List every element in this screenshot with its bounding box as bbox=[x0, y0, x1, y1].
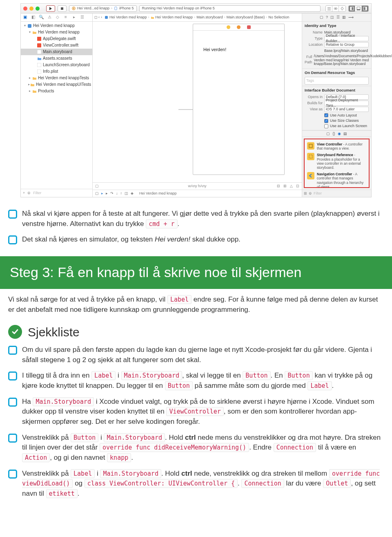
folder-uitests[interactable]: ▸Hei Verden med knappUITests bbox=[21, 81, 92, 88]
chevron-left-icon[interactable]: ‹ bbox=[98, 15, 100, 20]
step-over-icon[interactable]: ↷ bbox=[110, 191, 114, 196]
file-storyboard[interactable]: Main.storyboard bbox=[21, 49, 92, 55]
resize-icon[interactable]: ⊡ bbox=[296, 183, 299, 189]
size-class[interactable]: wAny hAny bbox=[145, 183, 249, 189]
panel-toggle-segment[interactable] bbox=[348, 5, 369, 12]
exit-icon[interactable] bbox=[247, 25, 251, 29]
type-select[interactable]: Default - Interface Builder... bbox=[324, 36, 369, 41]
library-footer[interactable]: ⊞ ⊚ Filter bbox=[302, 190, 371, 197]
crumb[interactable]: Hei Verden med knapp bbox=[109, 15, 147, 20]
object-library[interactable]: View Controller - A controller that mana… bbox=[304, 139, 370, 188]
library-item-navcontroller[interactable]: Navigation Controller - A controller tha… bbox=[306, 171, 367, 188]
jump-bar[interactable]: ◻ ‹ › Hei Verden med knapp› Hei Verden m… bbox=[93, 13, 302, 22]
navigator-footer[interactable]: + ⊚ Filter bbox=[21, 189, 92, 197]
scene-dock[interactable] bbox=[193, 24, 284, 31]
continue-icon[interactable]: ▸ bbox=[106, 191, 108, 196]
add-icon[interactable]: + bbox=[23, 190, 25, 196]
step-in-icon[interactable]: ↓ bbox=[116, 191, 118, 196]
chevron-right-icon[interactable]: › bbox=[101, 15, 102, 20]
file-plist[interactable]: Info.plist bbox=[21, 68, 92, 75]
stop-button[interactable] bbox=[58, 5, 67, 12]
zoom-icon[interactable] bbox=[36, 7, 40, 11]
step-out-icon[interactable]: ↑ bbox=[120, 191, 122, 196]
crumb[interactable]: No Selection bbox=[268, 15, 289, 20]
checkbox-icon[interactable] bbox=[8, 346, 17, 355]
storyboard-canvas[interactable]: Hei verden! bbox=[93, 22, 302, 182]
crumb[interactable]: Main.storyboard bbox=[196, 15, 223, 20]
checkbox-sizeclasses[interactable]: ✓ bbox=[324, 119, 328, 123]
file-swift[interactable]: ViewController.swift bbox=[21, 42, 92, 49]
filter-placeholder[interactable]: Filter bbox=[314, 191, 322, 196]
location-icon[interactable]: ◈ bbox=[131, 191, 134, 196]
folder-products[interactable]: ▸Products bbox=[21, 88, 92, 94]
checkbox-icon[interactable] bbox=[8, 210, 17, 219]
debug-bar[interactable]: ▢ ▸ ▸ ↷ ↓ ↑ ◫ ◈ Hei Verden med knapp bbox=[93, 190, 302, 197]
report-tab-icon[interactable]: ☰ bbox=[80, 15, 85, 20]
editor-mode-segment[interactable] bbox=[325, 5, 346, 12]
filter-placeholder[interactable]: Filter bbox=[33, 190, 41, 196]
checkbox-icon[interactable] bbox=[8, 235, 17, 244]
grid-icon[interactable]: ⊞ bbox=[304, 191, 307, 196]
checkbox-icon[interactable] bbox=[8, 398, 17, 407]
checkbox-icon[interactable] bbox=[8, 371, 17, 380]
crumb[interactable]: Hei Verden med knapp bbox=[156, 15, 193, 20]
minimize-icon[interactable] bbox=[29, 7, 33, 11]
project-root[interactable]: ▾Hei Verden med knapp bbox=[21, 22, 92, 29]
crumb[interactable]: Main.storyboard (Base) bbox=[227, 15, 265, 20]
debug-toggle-icon[interactable]: ▢ bbox=[95, 191, 99, 196]
checkbox-icon[interactable] bbox=[8, 470, 17, 479]
view-controller-scene[interactable]: Hei verden! bbox=[193, 24, 285, 175]
library-item-viewcontroller[interactable]: View Controller - A controller that mana… bbox=[306, 141, 367, 152]
identity-inspector-icon[interactable]: ◫ bbox=[330, 15, 334, 20]
view-debug-icon[interactable]: ◫ bbox=[125, 191, 128, 196]
object-library-icon[interactable]: ◉ bbox=[338, 131, 341, 136]
responder-icon[interactable] bbox=[237, 25, 241, 29]
file-template-icon[interactable]: ▢ bbox=[326, 131, 330, 136]
viewas-select[interactable]: iOS 7.0 and Later bbox=[324, 107, 369, 112]
media-library-icon[interactable]: ▤ bbox=[343, 131, 347, 136]
test-tab-icon[interactable]: ◇ bbox=[55, 15, 60, 20]
find-tab-icon[interactable]: 🔍 bbox=[39, 15, 44, 20]
pin-icon[interactable]: ⊞ bbox=[283, 183, 287, 189]
checkbox-autolayout[interactable]: ✓ bbox=[324, 113, 328, 117]
debug-tab-icon[interactable]: ≡ bbox=[63, 15, 68, 20]
tags-field[interactable]: Tags bbox=[305, 77, 369, 85]
align-icon[interactable]: ⊟ bbox=[277, 183, 280, 189]
outline-icon[interactable]: ▢ bbox=[95, 183, 99, 189]
window-controls[interactable] bbox=[23, 7, 40, 11]
builds-select[interactable]: Project Deployment Targ... bbox=[324, 101, 369, 106]
folder-group[interactable]: ▾Hei Verden med knapp bbox=[21, 29, 92, 36]
breakpoint-icon[interactable]: ▸ bbox=[101, 191, 103, 196]
project-tab-icon[interactable]: ▣ bbox=[22, 15, 27, 20]
file-inspector-icon[interactable]: ▢ bbox=[320, 15, 323, 20]
checkbox-launchscreen[interactable] bbox=[324, 124, 328, 128]
code-snippet-icon[interactable]: {} bbox=[332, 131, 335, 136]
attributes-inspector-icon[interactable]: ☰ bbox=[336, 15, 340, 20]
inspector-tabs[interactable]: ▢ ? ◫ ☰ ▥ ⟶ bbox=[302, 13, 371, 22]
file-swift[interactable]: AppDelegate.swift bbox=[21, 36, 92, 42]
filter-icon[interactable]: ⊚ bbox=[27, 190, 31, 196]
run-button[interactable] bbox=[46, 5, 55, 12]
location-select[interactable]: Relative to Group bbox=[324, 42, 369, 47]
folder-tests[interactable]: ▸Hei Verden med knappTests bbox=[21, 75, 92, 81]
vc-icon[interactable] bbox=[227, 25, 230, 29]
library-item-storyboardref[interactable]: Storyboard Reference - Provides a placeh… bbox=[306, 152, 367, 171]
file-assets[interactable]: Assets.xcassets bbox=[21, 55, 92, 62]
checkbox-icon[interactable] bbox=[8, 434, 17, 443]
issue-tab-icon[interactable]: ⚠ bbox=[47, 15, 52, 20]
symbol-tab-icon[interactable]: ◧ bbox=[31, 15, 36, 20]
scheme-selector[interactable]: Hei Verd...ed knapp › iPhone 5 bbox=[69, 5, 137, 12]
help-inspector-icon[interactable]: ? bbox=[326, 15, 328, 20]
size-inspector-icon[interactable]: ▥ bbox=[342, 15, 346, 20]
breakpoint-tab-icon[interactable]: ▸ bbox=[71, 15, 76, 20]
file-storyboard[interactable]: LaunchScreen.storyboard bbox=[21, 62, 92, 68]
file-tree[interactable]: ▾Hei Verden med knapp ▾Hei Verden med kn… bbox=[21, 22, 92, 189]
navigator-tabs[interactable]: ▣ ◧ 🔍 ⚠ ◇ ≡ ▸ ☰ bbox=[21, 13, 92, 22]
close-icon[interactable] bbox=[23, 7, 27, 11]
label-element[interactable]: Hei verden! bbox=[203, 47, 226, 53]
library-tabs[interactable]: ▢ {} ◉ ▤ bbox=[302, 130, 371, 137]
back-icon[interactable]: ◻ bbox=[94, 15, 97, 20]
connections-inspector-icon[interactable]: ⟶ bbox=[348, 15, 354, 20]
resolve-icon[interactable]: △ bbox=[290, 183, 293, 189]
filter-icon[interactable]: ⊚ bbox=[309, 191, 312, 196]
